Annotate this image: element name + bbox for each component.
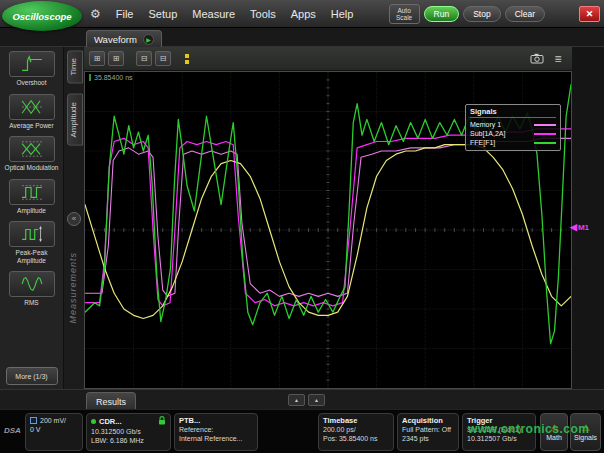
timebase-scale: 200.00 ps/ — [323, 425, 389, 434]
ptb-line1: Reference: — [179, 425, 253, 434]
sidebar-item-label: RMS — [24, 299, 38, 307]
lock-icon — [158, 416, 166, 427]
layout-grid2-button[interactable]: ⊞ — [108, 51, 124, 66]
legend-title: Signals — [470, 107, 556, 118]
legend-label: Memory 1 — [470, 121, 501, 128]
sidebar-item-label: Amplitude — [17, 207, 46, 215]
acquisition-label: Acquisition — [402, 416, 443, 425]
tab-amplitude[interactable]: Amplitude — [67, 94, 83, 146]
expand-results-button[interactable]: ▲ — [288, 394, 305, 406]
right-gutter: ◀ M1 — [572, 47, 604, 389]
channel-offset: 0 V — [30, 425, 78, 434]
menu-apps[interactable]: Apps — [291, 8, 316, 20]
tab-waveform-label: Waveform — [94, 34, 137, 45]
close-button[interactable]: ✕ — [579, 6, 600, 22]
acquisition-panel[interactable]: Acquisition Full Pattern: Off 2345 pts — [397, 413, 459, 451]
plot-toolbar: ⊞ ⊞ ⊟ ⊟ ≡ — [84, 47, 572, 71]
timebase-position-readout: 35.85400 ns — [89, 74, 133, 81]
waveform-panel: ⊞ ⊞ ⊟ ⊟ ≡ 35.85400 ns Signals — [84, 47, 572, 389]
sidebar-item-rms[interactable]: RMS — [3, 271, 61, 307]
signals-button-label: Signals — [574, 434, 597, 441]
layout-list2-button[interactable]: ⊟ — [155, 51, 171, 66]
ptb-panel[interactable]: PTB... Reference: Internal Reference... — [174, 413, 258, 451]
cdr-panel[interactable]: CDR... 10.312500 Gb/s LBW: 6.186 MHz — [86, 413, 171, 451]
signals-button[interactable]: ⚠ Signals — [570, 413, 601, 451]
app-logo: Oscilloscope — [2, 1, 82, 31]
clear-button[interactable]: Clear — [505, 6, 545, 22]
channel-color-swatch — [30, 417, 37, 424]
cdr-label: CDR... — [99, 417, 122, 426]
legend-entry: Sub[1A,2A] — [470, 129, 556, 138]
tab-strip: Waveform ▶ — [0, 28, 604, 47]
main-area: Overshoot Average Power Optical Modulati… — [0, 47, 604, 389]
stop-button[interactable]: Stop — [463, 6, 501, 22]
channel-scale: 200 mV/ — [40, 416, 66, 425]
sidebar-item-overshoot[interactable]: Overshoot — [3, 51, 61, 87]
measurements-sidebar: Overshoot Average Power Optical Modulati… — [0, 47, 64, 389]
device-label: DSA — [4, 426, 21, 435]
overshoot-icon — [9, 51, 55, 77]
sidebar-item-label: Overshoot — [17, 79, 47, 87]
acquisition-line1: Full Pattern: Off — [402, 425, 454, 434]
hamburger-menu-icon[interactable]: ≡ — [549, 51, 567, 67]
oscilloscope-app: ⚙ File Setup Measure Tools Apps Help Aut… — [0, 0, 604, 453]
trigger-panel[interactable]: Trigger Src: CDR (Slot 1) 10.312507 Gb/s — [462, 413, 536, 451]
timebase-position: Pos: 35.85400 ns — [323, 434, 389, 443]
math-button-label: Math — [546, 434, 562, 441]
more-measurements-button[interactable]: More (1/3) — [6, 367, 58, 385]
legend-label: FFE[F1] — [470, 139, 495, 146]
auto-scale-button[interactable]: Auto Scale — [389, 4, 420, 24]
expand-results-button-2[interactable]: ▲ — [308, 394, 325, 406]
tab-time[interactable]: Time — [67, 50, 83, 83]
status-dots-icon — [183, 52, 191, 66]
menu-tools[interactable]: Tools — [250, 8, 276, 20]
marker-arrow-icon: ◀ — [570, 222, 577, 232]
sidebar-item-average-power[interactable]: Average Power — [3, 94, 61, 130]
cdr-lbw: LBW: 6.186 MHz — [91, 436, 166, 445]
collapse-panel-button[interactable]: « — [67, 212, 81, 226]
menu-help[interactable]: Help — [331, 8, 354, 20]
sidebar-item-peak-peak-amplitude[interactable]: Peak-Peak Amplitude — [3, 221, 61, 264]
left-tab-strip: Time Amplitude « Measurements — [64, 47, 84, 389]
tab-results[interactable]: Results — [86, 392, 136, 410]
layout-list-button[interactable]: ⊟ — [136, 51, 152, 66]
play-icon[interactable]: ▶ — [143, 34, 154, 45]
marker-m1[interactable]: ◀ M1 — [570, 222, 589, 232]
sidebar-item-label: Peak-Peak Amplitude — [3, 249, 61, 264]
cdr-rate: 10.312500 Gb/s — [91, 427, 166, 436]
menu-setup[interactable]: Setup — [149, 8, 178, 20]
warning-icon: ⚠ — [581, 424, 589, 433]
menu-measure[interactable]: Measure — [192, 8, 235, 20]
legend-entry: FFE[F1] — [470, 138, 556, 147]
warning-icon: ⚠ — [550, 424, 558, 433]
signals-legend: Signals Memory 1 Sub[1A,2A] FFE[F1] — [465, 104, 561, 151]
menu-file[interactable]: File — [116, 8, 134, 20]
trigger-source: Src: CDR (Slot 1) — [467, 425, 531, 434]
camera-icon[interactable] — [528, 51, 546, 67]
rms-icon — [9, 271, 55, 297]
legend-label: Sub[1A,2A] — [470, 130, 505, 137]
timebase-panel[interactable]: Timebase 200.00 ps/ Pos: 35.85400 ns — [318, 413, 394, 451]
acquisition-line2: 2345 pts — [402, 434, 454, 443]
layout-grid-button[interactable]: ⊞ — [89, 51, 105, 66]
legend-swatch — [534, 142, 556, 144]
tab-waveform[interactable]: Waveform ▶ — [86, 30, 162, 47]
cdr-locked-indicator — [91, 419, 96, 424]
sidebar-item-label: Optical Modulation — [5, 164, 59, 172]
run-button[interactable]: Run — [424, 6, 460, 22]
waveform-display[interactable]: 35.85400 ns Signals Memory 1 Sub[1A,2A] … — [84, 71, 572, 389]
sidebar-item-label: Average Power — [9, 122, 53, 130]
math-button[interactable]: ⚠ Math — [540, 413, 568, 451]
legend-swatch — [534, 124, 556, 126]
sidebar-item-optical-modulation[interactable]: Optical Modulation — [3, 136, 61, 172]
measurements-panel-title: Measurements — [68, 252, 78, 324]
tab-results-label: Results — [96, 397, 126, 407]
gear-icon[interactable]: ⚙ — [90, 7, 101, 21]
sidebar-item-amplitude[interactable]: Amplitude — [3, 179, 61, 215]
amplitude-icon — [9, 179, 55, 205]
channel-panel[interactable]: 200 mV/ 0 V — [25, 413, 83, 451]
ptb-line2: Internal Reference... — [179, 434, 253, 443]
trigger-label: Trigger — [467, 416, 492, 425]
peak-peak-amplitude-icon — [9, 221, 55, 247]
optical-modulation-icon — [9, 136, 55, 162]
